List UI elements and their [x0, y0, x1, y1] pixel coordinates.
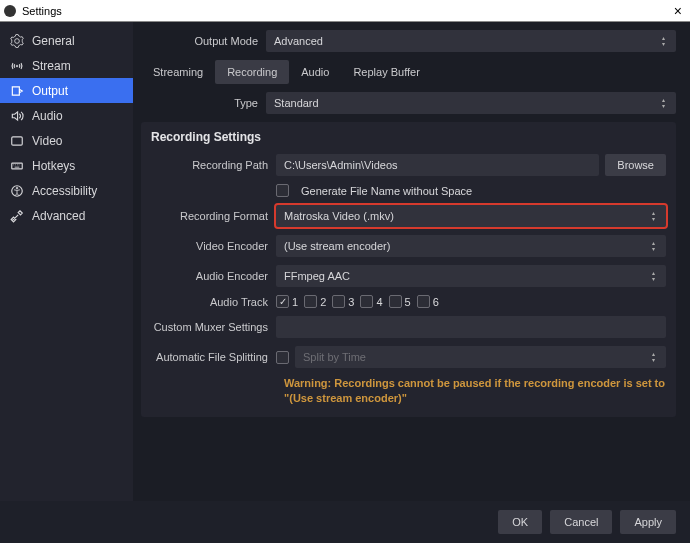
sidebar-label: General [32, 34, 75, 48]
title-bar: Settings × [0, 0, 690, 22]
split-label: Automatic File Splitting [151, 351, 276, 363]
recording-path-value: C:\Users\Admin\Videos [284, 159, 398, 171]
sidebar-item-video[interactable]: Video [0, 128, 133, 153]
app-icon [4, 5, 16, 17]
tab-recording[interactable]: Recording [215, 60, 289, 84]
muxer-label: Custom Muxer Settings [151, 321, 276, 333]
main-panel: Output Mode Advanced Streaming Recording… [133, 22, 690, 501]
track-6-label: 6 [433, 296, 439, 308]
recording-path-input[interactable]: C:\Users\Admin\Videos [276, 154, 599, 176]
tools-icon [10, 209, 24, 223]
audio-track-label: Audio Track [151, 296, 276, 308]
keyboard-icon [10, 159, 24, 173]
type-select[interactable]: Standard [266, 92, 676, 114]
spinner-icon [652, 348, 662, 366]
spinner-icon [652, 237, 662, 255]
sidebar-label: Video [32, 134, 62, 148]
output-mode-value: Advanced [274, 35, 323, 47]
recording-path-label: Recording Path [151, 159, 276, 171]
sidebar-item-accessibility[interactable]: Accessibility [0, 178, 133, 203]
video-encoder-label: Video Encoder [151, 240, 276, 252]
output-mode-label: Output Mode [141, 35, 266, 47]
recording-format-label: Recording Format [151, 210, 276, 222]
sidebar-label: Output [32, 84, 68, 98]
close-icon[interactable]: × [670, 3, 686, 19]
broadcast-icon [10, 59, 24, 73]
spinner-icon [652, 207, 662, 225]
type-value: Standard [274, 97, 319, 109]
sidebar-label: Audio [32, 109, 63, 123]
track-5-label: 5 [405, 296, 411, 308]
gear-icon [10, 34, 24, 48]
spinner-icon [652, 267, 662, 285]
muxer-input[interactable] [276, 316, 666, 338]
audio-encoder-select[interactable]: FFmpeg AAC [276, 265, 666, 287]
sidebar-item-hotkeys[interactable]: Hotkeys [0, 153, 133, 178]
track-4-checkbox[interactable] [360, 295, 373, 308]
type-label: Type [141, 97, 266, 109]
video-encoder-value: (Use stream encoder) [284, 240, 390, 252]
sidebar: General Stream Output Audio Video Hotkey… [0, 22, 133, 501]
browse-button[interactable]: Browse [605, 154, 666, 176]
accessibility-icon [10, 184, 24, 198]
sidebar-label: Hotkeys [32, 159, 75, 173]
output-tabs: Streaming Recording Audio Replay Buffer [141, 60, 676, 84]
output-icon [10, 84, 24, 98]
sidebar-item-audio[interactable]: Audio [0, 103, 133, 128]
cancel-button[interactable]: Cancel [550, 510, 612, 534]
track-4-label: 4 [376, 296, 382, 308]
dialog-footer: OK Cancel Apply [0, 501, 690, 543]
recording-format-value: Matroska Video (.mkv) [284, 210, 394, 222]
track-3-checkbox[interactable] [332, 295, 345, 308]
audio-encoder-value: FFmpeg AAC [284, 270, 350, 282]
sidebar-item-output[interactable]: Output [0, 78, 133, 103]
audio-encoder-label: Audio Encoder [151, 270, 276, 282]
track-5-checkbox[interactable] [389, 295, 402, 308]
generate-filename-label: Generate File Name without Space [301, 185, 472, 197]
track-1-label: 1 [292, 296, 298, 308]
track-6-checkbox[interactable] [417, 295, 430, 308]
sidebar-item-advanced[interactable]: Advanced [0, 203, 133, 228]
audio-icon [10, 109, 24, 123]
sidebar-label: Accessibility [32, 184, 97, 198]
recording-settings-panel: Recording Settings Recording Path C:\Use… [141, 122, 676, 417]
track-1-checkbox[interactable] [276, 295, 289, 308]
video-encoder-select[interactable]: (Use stream encoder) [276, 235, 666, 257]
sidebar-item-general[interactable]: General [0, 28, 133, 53]
generate-filename-checkbox[interactable] [276, 184, 289, 197]
sidebar-item-stream[interactable]: Stream [0, 53, 133, 78]
tab-audio[interactable]: Audio [289, 60, 341, 84]
split-select[interactable]: Split by Time [295, 346, 666, 368]
svg-point-4 [16, 187, 18, 189]
tab-replay-buffer[interactable]: Replay Buffer [341, 60, 431, 84]
sidebar-label: Advanced [32, 209, 85, 223]
window-title: Settings [22, 5, 670, 17]
recording-format-select[interactable]: Matroska Video (.mkv) [276, 205, 666, 227]
apply-button[interactable]: Apply [620, 510, 676, 534]
panel-title: Recording Settings [151, 130, 666, 144]
svg-rect-1 [12, 136, 23, 144]
track-3-label: 3 [348, 296, 354, 308]
split-value: Split by Time [303, 351, 366, 363]
track-2-checkbox[interactable] [304, 295, 317, 308]
encoder-warning: Warning: Recordings cannot be paused if … [151, 376, 666, 407]
svg-point-0 [16, 65, 18, 67]
track-2-label: 2 [320, 296, 326, 308]
sidebar-label: Stream [32, 59, 71, 73]
split-checkbox[interactable] [276, 351, 289, 364]
spinner-icon [662, 32, 672, 50]
svg-rect-2 [12, 163, 23, 169]
output-mode-select[interactable]: Advanced [266, 30, 676, 52]
video-icon [10, 134, 24, 148]
tab-streaming[interactable]: Streaming [141, 60, 215, 84]
spinner-icon [662, 94, 672, 112]
ok-button[interactable]: OK [498, 510, 542, 534]
